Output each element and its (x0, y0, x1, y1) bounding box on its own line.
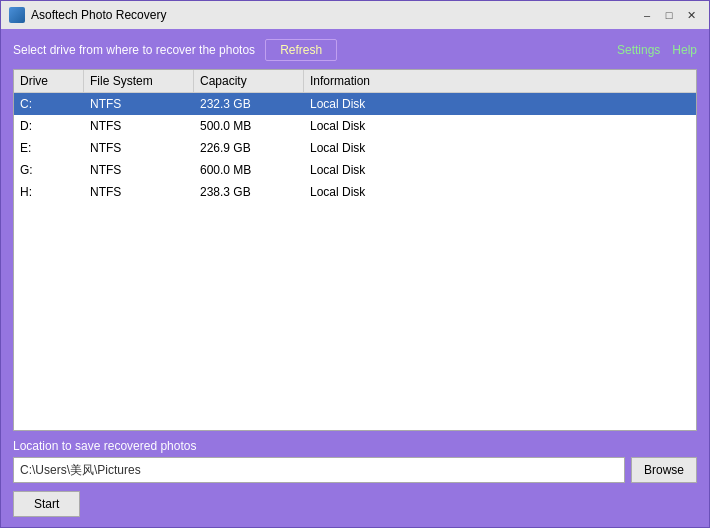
cell-information: Local Disk (304, 181, 696, 203)
header-capacity: Capacity (194, 70, 304, 92)
cell-fileSystem: NTFS (84, 115, 194, 137)
settings-button[interactable]: Settings (617, 43, 660, 57)
window-title: Asoftech Photo Recovery (31, 8, 637, 22)
minimize-button[interactable]: – (637, 6, 657, 24)
help-button[interactable]: Help (672, 43, 697, 57)
start-button[interactable]: Start (13, 491, 80, 517)
table-row[interactable]: C:NTFS232.3 GBLocal Disk (14, 93, 696, 115)
cell-information: Local Disk (304, 159, 696, 181)
table-row[interactable]: H:NTFS238.3 GBLocal Disk (14, 181, 696, 203)
cell-drive: H: (14, 181, 84, 203)
title-bar: Asoftech Photo Recovery – □ ✕ (1, 1, 709, 29)
refresh-button[interactable]: Refresh (265, 39, 337, 61)
main-window: Asoftech Photo Recovery – □ ✕ Select dri… (0, 0, 710, 528)
table-row[interactable]: E:NTFS226.9 GBLocal Disk (14, 137, 696, 159)
cell-capacity: 238.3 GB (194, 181, 304, 203)
cell-drive: C: (14, 93, 84, 115)
header-information: Information (304, 70, 696, 92)
cell-information: Local Disk (304, 115, 696, 137)
cell-information: Local Disk (304, 137, 696, 159)
cell-fileSystem: NTFS (84, 181, 194, 203)
top-bar-right: Settings Help (617, 43, 697, 57)
table-row[interactable]: D:NTFS500.0 MBLocal Disk (14, 115, 696, 137)
table-header: Drive File System Capacity Information (14, 70, 696, 93)
top-bar: Select drive from where to recover the p… (13, 39, 697, 61)
cell-information: Local Disk (304, 93, 696, 115)
bottom-area: Location to save recovered photos Browse… (13, 439, 697, 517)
cell-capacity: 500.0 MB (194, 115, 304, 137)
cell-capacity: 226.9 GB (194, 137, 304, 159)
header-drive: Drive (14, 70, 84, 92)
drive-table: Drive File System Capacity Information C… (13, 69, 697, 431)
cell-drive: D: (14, 115, 84, 137)
table-body: C:NTFS232.3 GBLocal DiskD:NTFS500.0 MBLo… (14, 93, 696, 430)
app-icon (9, 7, 25, 23)
save-location-row: Browse (13, 457, 697, 483)
cell-drive: G: (14, 159, 84, 181)
top-bar-left: Select drive from where to recover the p… (13, 39, 337, 61)
maximize-button[interactable]: □ (659, 6, 679, 24)
content-area: Select drive from where to recover the p… (1, 29, 709, 527)
cell-drive: E: (14, 137, 84, 159)
save-location-input[interactable] (13, 457, 625, 483)
cell-fileSystem: NTFS (84, 93, 194, 115)
header-filesystem: File System (84, 70, 194, 92)
cell-capacity: 600.0 MB (194, 159, 304, 181)
select-drive-label: Select drive from where to recover the p… (13, 43, 255, 57)
browse-button[interactable]: Browse (631, 457, 697, 483)
cell-fileSystem: NTFS (84, 159, 194, 181)
save-location-label: Location to save recovered photos (13, 439, 697, 453)
start-row: Start (13, 491, 697, 517)
cell-capacity: 232.3 GB (194, 93, 304, 115)
table-row[interactable]: G:NTFS600.0 MBLocal Disk (14, 159, 696, 181)
close-button[interactable]: ✕ (681, 6, 701, 24)
cell-fileSystem: NTFS (84, 137, 194, 159)
window-controls: – □ ✕ (637, 6, 701, 24)
